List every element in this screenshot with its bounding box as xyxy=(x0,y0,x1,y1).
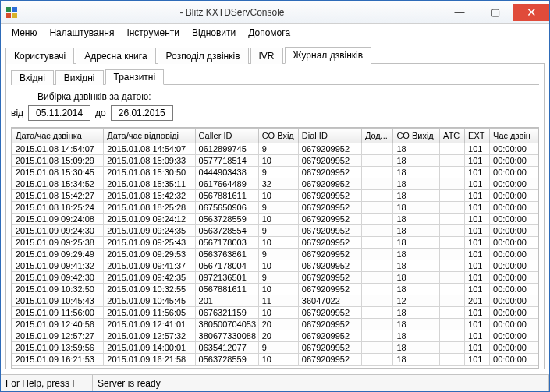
cell xyxy=(440,319,465,330)
cell: 0617664489 xyxy=(195,178,258,190)
tab-0[interactable]: Користувачі xyxy=(5,48,74,64)
cell: 9 xyxy=(258,272,298,284)
cell: 9 xyxy=(258,249,298,260)
col-8[interactable]: EXT xyxy=(465,129,490,143)
col-2[interactable]: Caller ID xyxy=(195,129,258,143)
app-icon xyxy=(5,6,18,19)
svg-rect-1 xyxy=(12,7,17,12)
cell: 2015.01.09 16:21:53 xyxy=(12,354,104,366)
cell: 00:00:00 xyxy=(490,319,538,330)
table-row[interactable]: 2015.01.08 15:34:522015.01.08 15:35:1106… xyxy=(12,178,538,190)
cell: 2015.01.09 09:41:37 xyxy=(104,260,195,272)
cell: 2015.01.09 13:59:56 xyxy=(12,342,104,354)
cell xyxy=(361,167,393,178)
menu-0[interactable]: Меню xyxy=(5,26,43,40)
col-1[interactable]: Дата/час відповіді xyxy=(104,129,195,143)
cell xyxy=(361,225,393,237)
cell: 101 xyxy=(465,214,490,225)
cell: 0679209952 xyxy=(298,249,361,260)
cell: 201 xyxy=(195,295,258,307)
table-row[interactable]: 2015.01.09 09:29:492015.01.09 09:29:5305… xyxy=(12,249,538,260)
cell: 2015.01.09 09:29:53 xyxy=(104,249,195,260)
table-row[interactable]: 2015.01.08 18:25:242015.01.08 18:25:2806… xyxy=(12,202,538,214)
cell xyxy=(440,249,465,260)
table-row[interactable]: 2015.01.08 15:09:292015.01.08 15:09:3305… xyxy=(12,155,538,167)
cell xyxy=(361,272,393,284)
cell: 2015.01.09 16:21:58 xyxy=(104,354,195,366)
cell: 101 xyxy=(465,202,490,214)
status-server: Server is ready xyxy=(93,375,549,391)
cell xyxy=(361,237,393,249)
cell: 00:00:00 xyxy=(490,178,538,190)
cell: 2015.01.08 15:42:32 xyxy=(104,190,195,202)
cell: 2015.01.09 09:25:38 xyxy=(12,237,104,249)
cell xyxy=(440,155,465,167)
table-row[interactable]: 2015.01.09 09:24:302015.01.09 09:24:3505… xyxy=(12,225,538,237)
cell xyxy=(361,307,393,319)
tab-4[interactable]: Журнал дзвінків xyxy=(285,47,372,64)
cell: 18 xyxy=(393,237,440,249)
col-5[interactable]: Дод... xyxy=(361,129,393,143)
table-row[interactable]: 2015.01.09 09:25:382015.01.09 09:25:4305… xyxy=(12,237,538,249)
subtab-2[interactable]: Транзитні xyxy=(105,69,165,85)
table-row[interactable]: 2015.01.09 09:24:082015.01.09 09:24:1205… xyxy=(12,214,538,225)
menu-bar: МенюНалаштуванняІнструментиВідновитиДопо… xyxy=(1,24,549,41)
cell: 00:00:00 xyxy=(490,295,538,307)
minimize-button[interactable]: — xyxy=(442,4,477,21)
table-row[interactable]: 2015.01.09 09:41:322015.01.09 09:41:3705… xyxy=(12,260,538,272)
cell: 10 xyxy=(258,214,298,225)
maximize-button[interactable]: ▢ xyxy=(477,4,513,21)
table-row[interactable]: 2015.01.09 11:56:002015.01.09 11:56:0506… xyxy=(12,307,538,319)
cell: 10 xyxy=(258,237,298,249)
cell: 18 xyxy=(393,354,440,366)
menu-4[interactable]: Допомога xyxy=(242,26,296,40)
table-row[interactable]: 2015.01.09 10:45:432015.01.09 10:45:4520… xyxy=(12,295,538,307)
table-row[interactable]: 2015.01.08 14:54:072015.01.08 14:54:0706… xyxy=(12,143,538,155)
cell: 2015.01.09 11:56:00 xyxy=(12,307,104,319)
cell xyxy=(361,284,393,295)
menu-2[interactable]: Інструменти xyxy=(120,26,186,40)
tab-1[interactable]: Адресна книга xyxy=(76,48,155,64)
table-row[interactable]: 2015.01.09 09:42:302015.01.09 09:42:3509… xyxy=(12,272,538,284)
table-row[interactable]: 2015.01.09 16:21:532015.01.09 16:21:5805… xyxy=(12,354,538,366)
col-7[interactable]: ATC xyxy=(440,129,465,143)
cell: 0679209952 xyxy=(298,307,361,319)
cell: 2015.01.09 10:45:45 xyxy=(104,295,195,307)
cell: 0679209952 xyxy=(298,202,361,214)
table-row[interactable]: 2015.01.09 12:40:562015.01.09 12:41:0138… xyxy=(12,319,538,330)
cell: 101 xyxy=(465,167,490,178)
cell: 380677330088 xyxy=(195,330,258,342)
menu-1[interactable]: Налаштування xyxy=(43,26,120,40)
cell: 2015.01.09 09:24:30 xyxy=(12,225,104,237)
table-row[interactable]: 2015.01.09 12:57:272015.01.09 12:57:3238… xyxy=(12,330,538,342)
tab-2[interactable]: Розподіл дзвінків xyxy=(158,48,249,64)
window-title: - Blitz KXTDServConsole xyxy=(23,7,442,18)
close-button[interactable]: ✕ xyxy=(513,4,549,21)
menu-3[interactable]: Відновити xyxy=(186,26,242,40)
cell xyxy=(361,143,393,155)
cell xyxy=(440,237,465,249)
cell: 9 xyxy=(258,342,298,354)
to-date-input[interactable] xyxy=(111,105,173,121)
cell: 2015.01.09 09:41:32 xyxy=(12,260,104,272)
cell: 101 xyxy=(465,342,490,354)
col-3[interactable]: CO Вхід xyxy=(258,129,298,143)
table-row[interactable]: 2015.01.08 15:42:272015.01.08 15:42:3205… xyxy=(12,190,538,202)
cell: 0635412077 xyxy=(195,342,258,354)
tab-3[interactable]: IVR xyxy=(250,48,283,64)
col-0[interactable]: Дата/час дзвінка xyxy=(12,129,104,143)
cell: 18 xyxy=(393,260,440,272)
table-row[interactable]: 2015.01.09 13:59:562015.01.09 14:00:0106… xyxy=(12,342,538,354)
cell: 2015.01.09 10:32:50 xyxy=(12,284,104,295)
subtab-0[interactable]: Вхідні xyxy=(11,70,54,85)
col-6[interactable]: CO Вихід xyxy=(393,129,440,143)
subtab-1[interactable]: Вихідні xyxy=(55,70,104,85)
table-row[interactable]: 2015.01.08 15:30:452015.01.08 15:30:5004… xyxy=(12,167,538,178)
cell: 2015.01.08 14:54:07 xyxy=(12,143,104,155)
call-log-grid[interactable]: Дата/час дзвінкаДата/час відповідіCaller… xyxy=(11,127,539,369)
table-row[interactable]: 2015.01.09 10:32:502015.01.09 10:32:5505… xyxy=(12,284,538,295)
from-date-input[interactable] xyxy=(28,105,90,121)
col-9[interactable]: Час дзвін xyxy=(490,129,538,143)
col-4[interactable]: Dial ID xyxy=(298,129,361,143)
main-tabs: КористувачіАдресна книгаРозподіл дзвінкі… xyxy=(5,46,545,64)
